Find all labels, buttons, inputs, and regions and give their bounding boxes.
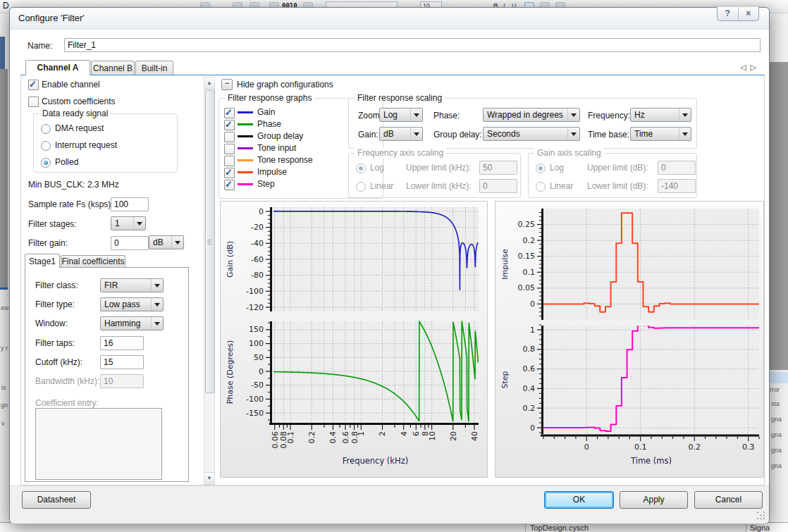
enable-channel-label: Enable channel bbox=[42, 80, 100, 89]
hide-graph-config-label[interactable]: Hide graph configurations bbox=[237, 80, 333, 89]
collapse-button[interactable]: − bbox=[221, 79, 233, 90]
interrupt-request-radio[interactable] bbox=[41, 141, 51, 151]
scrollbar-thumb[interactable] bbox=[205, 90, 215, 393]
tab-label: Channel A bbox=[37, 63, 79, 73]
tab-built-in[interactable]: Built-in bbox=[135, 61, 173, 75]
resize-grip[interactable] bbox=[757, 512, 765, 520]
filter-gain-input[interactable] bbox=[111, 236, 149, 250]
gain-graph-checkbox[interactable] bbox=[224, 108, 235, 118]
group-delay-line-swatch bbox=[238, 135, 253, 137]
tab-channel-a[interactable]: Channel A bbox=[25, 60, 90, 75]
svg-text:0.4: 0.4 bbox=[328, 431, 338, 444]
filter-taps-input[interactable] bbox=[100, 336, 144, 350]
group-delay-scale-combo[interactable]: Seconds bbox=[483, 127, 580, 141]
dialog-titlebar[interactable]: Configure 'Filter' ? × bbox=[10, 8, 769, 30]
phase-graph-label: Phase bbox=[257, 119, 281, 129]
zoom-combo[interactable]: Log bbox=[379, 108, 423, 122]
channel-a-page: Enable channel Custom coefficients Data … bbox=[20, 75, 765, 485]
svg-text:20: 20 bbox=[449, 431, 458, 441]
close-button[interactable]: × bbox=[738, 7, 759, 20]
cutoff-label: Cutoff (kHz): bbox=[35, 357, 82, 367]
svg-text:1: 1 bbox=[357, 431, 366, 436]
gain-log-radio bbox=[536, 163, 546, 173]
gain-log-label: Log bbox=[550, 163, 564, 173]
svg-text:0.6: 0.6 bbox=[341, 431, 350, 444]
svg-text:0.1: 0.1 bbox=[634, 443, 647, 452]
svg-text:0.15: 0.15 bbox=[518, 252, 536, 261]
tab-stage1[interactable]: Stage1 bbox=[25, 254, 60, 268]
name-input[interactable] bbox=[64, 38, 761, 52]
background-window-letter: D bbox=[3, 1, 9, 11]
frequency-scale-combo[interactable]: Hz bbox=[630, 108, 691, 122]
step-graph-checkbox[interactable] bbox=[224, 180, 235, 190]
svg-text:-100: -100 bbox=[246, 395, 264, 404]
svg-text:Phase (Degrees): Phase (Degrees) bbox=[226, 340, 235, 404]
scroll-down-icon[interactable]: ▼ bbox=[204, 472, 214, 484]
svg-text:0: 0 bbox=[530, 423, 535, 433]
tab-final-coefficients[interactable]: Final coefficients bbox=[61, 255, 125, 268]
chevron-down-icon bbox=[171, 236, 183, 249]
polled-radio[interactable] bbox=[41, 158, 51, 168]
filter-type-combo[interactable]: Low pass bbox=[100, 297, 164, 311]
window-combo[interactable]: Hamming bbox=[100, 316, 164, 330]
phase-graph-checkbox[interactable] bbox=[224, 120, 235, 130]
tone-input-line-swatch bbox=[238, 147, 253, 149]
table-divider bbox=[525, 522, 526, 532]
apply-button[interactable]: Apply bbox=[620, 491, 688, 509]
filter-gain-unit-combo[interactable]: dB bbox=[149, 235, 184, 249]
cutoff-input[interactable] bbox=[100, 355, 144, 369]
window-label: Window: bbox=[35, 318, 68, 328]
freq-log-label: Log bbox=[370, 163, 384, 173]
phase-scale-label: Phase: bbox=[433, 111, 460, 120]
freq-upper-limit-input bbox=[479, 161, 517, 175]
impulse-graph-checkbox[interactable] bbox=[224, 168, 235, 178]
chevron-down-icon bbox=[410, 109, 422, 121]
gain-line-swatch bbox=[238, 111, 253, 113]
bandwidth-label: Bandwidth (kHz): bbox=[35, 376, 99, 386]
dma-request-radio[interactable] bbox=[41, 124, 51, 134]
sample-rate-input[interactable] bbox=[111, 197, 149, 211]
tone-input-graph-checkbox[interactable] bbox=[224, 144, 235, 154]
step-line-swatch bbox=[238, 183, 253, 185]
group-delay-scale-label: Group delay: bbox=[433, 130, 482, 140]
filter-class-combo[interactable]: FIR bbox=[100, 278, 164, 292]
svg-text:150: 150 bbox=[249, 325, 264, 334]
ok-button[interactable]: OK bbox=[544, 491, 614, 509]
group-delay-graph-checkbox[interactable] bbox=[224, 132, 235, 142]
filter-type-label: Filter type: bbox=[35, 299, 75, 309]
gain-axis-group-title: Gain axis scaling bbox=[534, 148, 604, 158]
group-delay-graph-label: Group delay bbox=[257, 131, 303, 141]
freq-lower-limit-input bbox=[479, 179, 517, 193]
chevron-down-icon bbox=[151, 279, 163, 292]
background-signal-cell: Signa bbox=[750, 524, 770, 532]
time-base-combo[interactable]: Time bbox=[630, 127, 691, 141]
filter-class-label: Filter class: bbox=[35, 280, 78, 290]
enable-channel-checkbox[interactable] bbox=[28, 80, 39, 90]
tone-response-graph-checkbox[interactable] bbox=[224, 156, 235, 166]
help-button[interactable]: ? bbox=[718, 7, 738, 20]
tab-channel-b[interactable]: Channel B bbox=[91, 61, 135, 75]
impulse-graph-label: Impulse bbox=[257, 167, 287, 177]
svg-text:Step: Step bbox=[500, 371, 510, 388]
name-label: Name: bbox=[27, 41, 52, 51]
custom-coefficients-checkbox[interactable] bbox=[28, 97, 39, 107]
gain-axis-scaling-group: Gain axis scaling Log Linear Upper limit… bbox=[528, 153, 697, 198]
phase-scale-combo[interactable]: Wrapped in degrees bbox=[483, 108, 580, 122]
background-edge bbox=[0, 37, 5, 69]
scroll-up-icon[interactable]: ▲ bbox=[204, 78, 214, 89]
tab-scroll-left-icon[interactable]: ◁▷ bbox=[740, 63, 761, 72]
min-bus-clk-label: Min BUS_CLK: 2.3 MHz bbox=[28, 180, 119, 190]
datasheet-button[interactable]: Datasheet bbox=[22, 491, 91, 509]
svg-text:6: 6 bbox=[412, 431, 421, 436]
background-text-fragment: ew bbox=[1, 304, 9, 311]
svg-text:0.25: 0.25 bbox=[518, 220, 536, 229]
filter-stages-combo[interactable]: 1 bbox=[111, 216, 146, 230]
background-file-cell: TopDesign.cysch bbox=[530, 524, 589, 532]
svg-text:0.2: 0.2 bbox=[523, 236, 536, 245]
graphs-group-title: Filter response graphs bbox=[225, 93, 314, 103]
dma-request-label: DMA request bbox=[55, 123, 104, 133]
cancel-button[interactable]: Cancel bbox=[694, 491, 763, 509]
left-panel-scrollbar[interactable]: ▲ ▼ bbox=[204, 77, 215, 485]
tab-scroll-right-icon[interactable]: ▷ bbox=[750, 63, 760, 71]
gain-scale-combo[interactable]: dB bbox=[379, 127, 423, 141]
